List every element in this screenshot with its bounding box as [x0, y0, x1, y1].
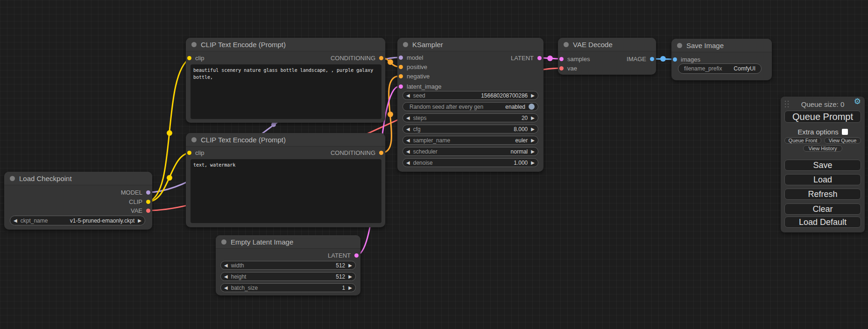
- increment-arrow-icon[interactable]: ▶: [138, 218, 141, 223]
- increment-arrow-icon[interactable]: ▶: [531, 116, 535, 120]
- collapse-dot-icon[interactable]: [10, 176, 15, 181]
- increment-arrow-icon[interactable]: ▶: [531, 138, 535, 143]
- decrement-arrow-icon[interactable]: ◀: [406, 138, 410, 143]
- collapse-dot-icon[interactable]: [403, 42, 408, 47]
- queue-panel[interactable]: Queue size: 0 ⚙ Queue Prompt Extra optio…: [781, 97, 865, 232]
- vae-output-dot[interactable]: [146, 209, 150, 213]
- node-title-bar[interactable]: Save Image: [671, 39, 772, 52]
- node-title-bar[interactable]: Empty Latent Image: [216, 235, 360, 249]
- latent-output-dot[interactable]: [537, 56, 542, 60]
- decrement-arrow-icon[interactable]: ◀: [406, 149, 410, 154]
- input-slot-model[interactable]: model: [397, 53, 423, 62]
- decrement-arrow-icon[interactable]: ◀: [224, 274, 228, 279]
- increment-arrow-icon[interactable]: ▶: [531, 161, 535, 165]
- collapse-dot-icon[interactable]: [677, 43, 682, 48]
- decrement-arrow-icon[interactable]: ◀: [406, 93, 410, 98]
- clip-output-dot[interactable]: [146, 200, 150, 204]
- extra-options-checkbox[interactable]: [842, 129, 848, 135]
- output-slot-conditioning[interactable]: CONDITIONING: [331, 53, 385, 63]
- images-input-dot[interactable]: [673, 57, 677, 62]
- node-clip-text-encode-positive[interactable]: CLIP Text Encode (Prompt) clip CONDITION…: [186, 38, 385, 123]
- node-vae-decode[interactable]: VAE Decode samples vae IMAGE: [558, 38, 656, 75]
- increment-arrow-icon[interactable]: ▶: [531, 149, 535, 154]
- decrement-arrow-icon[interactable]: ◀: [224, 263, 228, 268]
- load-button[interactable]: Load: [784, 174, 861, 185]
- input-slot-latent-image[interactable]: latent_image: [397, 82, 441, 91]
- decrement-arrow-icon[interactable]: ◀: [406, 116, 410, 120]
- cfg-widget[interactable]: ◀ cfg 8.000 ▶: [402, 125, 538, 133]
- view-queue-button[interactable]: View Queue: [824, 137, 861, 144]
- height-widget[interactable]: ◀ height 512 ▶: [220, 272, 356, 281]
- collapse-dot-icon[interactable]: [191, 42, 197, 47]
- input-slot-images[interactable]: images: [671, 55, 700, 64]
- increment-arrow-icon[interactable]: ▶: [531, 127, 535, 132]
- seed-widget[interactable]: ◀ seed 156680208700286 ▶: [402, 91, 538, 100]
- input-slot-clip[interactable]: clip: [186, 53, 205, 63]
- steps-widget[interactable]: ◀ steps 20 ▶: [402, 113, 538, 122]
- input-slot-samples[interactable]: samples: [558, 54, 590, 63]
- collapse-dot-icon[interactable]: [221, 239, 226, 245]
- view-history-button[interactable]: View History: [803, 145, 842, 152]
- decrement-arrow-icon[interactable]: ◀: [14, 218, 17, 223]
- node-title-bar[interactable]: CLIP Text Encode (Prompt): [186, 38, 385, 51]
- conditioning-output-dot[interactable]: [379, 56, 383, 60]
- latent-image-input-dot[interactable]: [399, 84, 403, 89]
- vae-input-dot[interactable]: [559, 66, 564, 70]
- clear-button[interactable]: Clear: [784, 203, 861, 215]
- model-input-dot[interactable]: [399, 56, 403, 60]
- random-seed-toggle-widget[interactable]: Random seed after every gen enabled: [402, 102, 538, 111]
- node-title-bar[interactable]: CLIP Text Encode (Prompt): [186, 133, 385, 147]
- increment-arrow-icon[interactable]: ▶: [348, 274, 352, 279]
- refresh-button[interactable]: Refresh: [784, 189, 861, 200]
- input-slot-clip[interactable]: clip: [186, 148, 205, 157]
- width-widget[interactable]: ◀ width 512 ▶: [220, 261, 356, 270]
- node-empty-latent-image[interactable]: Empty Latent Image LATENT ◀ width 512 ▶ …: [216, 235, 360, 295]
- model-output-dot[interactable]: [146, 190, 150, 195]
- load-default-button[interactable]: Load Default: [784, 217, 861, 228]
- conditioning-output-dot[interactable]: [379, 151, 383, 155]
- increment-arrow-icon[interactable]: ▶: [531, 93, 535, 98]
- denoise-widget[interactable]: ◀ denoise 1.000 ▶: [402, 158, 538, 167]
- input-slot-vae[interactable]: vae: [558, 63, 577, 73]
- batch-size-widget[interactable]: ◀ batch_size 1 ▶: [220, 283, 356, 292]
- input-slot-negative[interactable]: negative: [397, 71, 430, 81]
- decrement-arrow-icon[interactable]: ◀: [224, 286, 228, 290]
- negative-input-dot[interactable]: [399, 74, 403, 78]
- node-title-bar[interactable]: Load Checkpoint: [4, 172, 152, 185]
- prompt-textarea[interactable]: beautiful scenery nature glass bottle la…: [191, 64, 381, 119]
- toggle-on-icon[interactable]: [529, 104, 535, 110]
- collapse-dot-icon[interactable]: [191, 137, 197, 142]
- node-title-bar[interactable]: KSampler: [397, 38, 543, 51]
- ckpt-name-widget[interactable]: ◀ ckpt_name v1-5-pruned-emaonly.ckpt ▶: [10, 216, 145, 225]
- node-ksampler[interactable]: KSampler model positive negative latent_…: [397, 38, 543, 172]
- decrement-arrow-icon[interactable]: ◀: [406, 127, 410, 132]
- input-slot-positive[interactable]: positive: [397, 62, 427, 71]
- save-button[interactable]: Save: [784, 160, 861, 171]
- decrement-arrow-icon[interactable]: ◀: [406, 161, 410, 165]
- queue-front-button[interactable]: Queue Front: [784, 137, 821, 144]
- node-clip-text-encode-negative[interactable]: CLIP Text Encode (Prompt) clip CONDITION…: [186, 133, 385, 227]
- output-slot-vae[interactable]: VAE: [131, 206, 152, 215]
- filename-prefix-widget[interactable]: filename_prefix ComfyUI: [678, 63, 762, 74]
- node-title-bar[interactable]: VAE Decode: [558, 38, 656, 51]
- queue-prompt-button[interactable]: Queue Prompt: [784, 111, 861, 123]
- clip-input-dot[interactable]: [187, 151, 191, 155]
- node-load-checkpoint[interactable]: Load Checkpoint MODEL CLIP VAE ◀ ckpt_na…: [4, 172, 152, 230]
- scheduler-widget[interactable]: ◀ scheduler normal ▶: [402, 147, 538, 156]
- samples-input-dot[interactable]: [559, 57, 564, 61]
- prompt-textarea[interactable]: text, watermark: [191, 159, 381, 223]
- clip-input-dot[interactable]: [187, 56, 191, 60]
- image-output-dot[interactable]: [650, 57, 654, 61]
- node-save-image[interactable]: Save Image images filename_prefix ComfyU…: [671, 39, 772, 80]
- collapse-dot-icon[interactable]: [564, 42, 569, 47]
- output-slot-clip[interactable]: CLIP: [129, 197, 152, 206]
- output-slot-latent[interactable]: LATENT: [511, 53, 543, 63]
- node-graph-canvas[interactable]: Load Checkpoint MODEL CLIP VAE ◀ ckpt_na…: [0, 0, 868, 329]
- positive-input-dot[interactable]: [399, 65, 403, 69]
- output-slot-image[interactable]: IMAGE: [627, 54, 656, 63]
- gear-icon[interactable]: ⚙: [854, 98, 861, 105]
- sampler-name-widget[interactable]: ◀ sampler_name euler ▶: [402, 136, 538, 145]
- increment-arrow-icon[interactable]: ▶: [348, 286, 352, 290]
- output-slot-latent[interactable]: LATENT: [328, 251, 360, 260]
- increment-arrow-icon[interactable]: ▶: [348, 263, 352, 268]
